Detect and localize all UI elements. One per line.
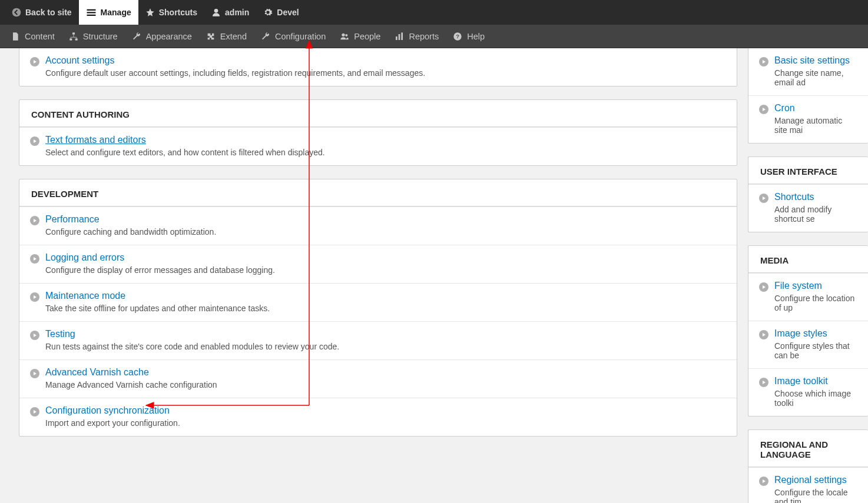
document-icon [11,32,20,41]
svg-point-9 [346,34,348,36]
user-menu-button[interactable]: admin [204,0,256,25]
shortcuts-label: Shortcuts [159,8,197,17]
link-file-system[interactable]: File system [774,281,822,291]
item-description: Manage automatic site mai [774,116,856,135]
chevron-right-icon [30,57,39,66]
puzzle-icon [206,32,216,41]
star-icon [145,8,155,17]
chevron-right-icon [759,477,768,486]
link-testing[interactable]: Testing [45,329,75,339]
hierarchy-icon [69,32,78,41]
nav-structure[interactable]: Structure [62,25,125,48]
nav-content[interactable]: Content [4,25,62,48]
nav-structure-label: Structure [83,32,118,41]
nav-configuration[interactable]: Configuration [254,25,333,48]
user-label: admin [225,8,249,17]
item-description: Configure the location of up [774,294,856,312]
item-description: Configure the display of error messages … [45,265,725,275]
chevron-right-icon [759,105,768,114]
panel-regional-language: REGIONAL AND LANGUAGE Regional settings … [748,429,868,503]
bar-chart-icon [395,32,404,41]
nav-appearance[interactable]: Appearance [125,25,199,48]
link-performance[interactable]: Performance [45,214,100,224]
wrench-icon [132,32,141,41]
svg-rect-12 [402,32,403,40]
chevron-right-icon [30,136,39,146]
link-image-styles[interactable]: Image styles [774,328,827,338]
item-description: Change site name, email ad [774,68,856,87]
nav-help-label: Help [467,32,485,41]
item-description: Add and modify shortcut se [774,205,856,224]
link-regional-settings[interactable]: Regional settings [774,475,847,485]
people-icon [340,32,349,41]
chevron-right-icon [30,369,39,378]
chevron-right-icon [759,330,768,339]
nav-configuration-label: Configuration [275,32,326,41]
nav-people-label: People [354,32,380,41]
nav-people[interactable]: People [333,25,387,48]
panel-item: Testing Run tests against the site's cor… [19,321,737,359]
user-icon [211,8,221,17]
panel-item: Image toolkit Choose which image toolki [748,368,868,416]
panel-item: Logging and errors Configure the display… [19,245,737,283]
link-shortcuts[interactable]: Shortcuts [774,192,814,202]
svg-text:?: ? [456,34,459,39]
panel-media: MEDIA File system Configure the location… [748,245,868,417]
devel-button[interactable]: Devel [256,0,306,25]
link-cron[interactable]: Cron [774,103,795,113]
svg-rect-1 [87,9,95,11]
nav-content-label: Content [25,32,55,41]
toolbar-top: Back to site Manage Shortcuts admin Deve… [0,0,868,25]
panel-title: USER INTERFACE [748,157,868,184]
nav-reports-label: Reports [409,32,439,41]
svg-point-8 [342,33,345,36]
panel-title: MEDIA [748,246,868,273]
nav-help[interactable]: ? Help [446,25,492,48]
chevron-right-icon [30,292,39,302]
back-to-site-button[interactable]: Back to site [5,0,79,25]
svg-rect-7 [75,38,77,40]
hamburger-icon [86,7,97,18]
link-maintenance-mode[interactable]: Maintenance mode [45,291,125,301]
panel-item: Basic site settings Change site name, em… [748,48,868,95]
back-arrow-icon [12,8,21,17]
svg-rect-11 [399,34,400,40]
help-icon: ? [453,32,462,41]
link-basic-site-settings[interactable]: Basic site settings [774,55,850,65]
panel-user-interface: USER INTERFACE Shortcuts Add and modify … [748,156,868,232]
link-image-toolkit[interactable]: Image toolkit [774,376,828,386]
nav-reports[interactable]: Reports [387,25,446,48]
panel-title: DEVELOPMENT [19,179,737,206]
chevron-right-icon [30,254,39,264]
panel-item: Performance Configure caching and bandwi… [19,206,737,245]
svg-rect-2 [87,12,95,13]
panel-title: CONTENT AUTHORING [19,100,737,127]
svg-rect-3 [87,15,95,16]
panel-item: File system Configure the location of up [748,273,868,321]
svg-rect-6 [69,38,72,40]
item-description: Select and configure text editors, and h… [45,148,725,157]
nav-extend[interactable]: Extend [199,25,254,48]
manage-toggle[interactable]: Manage [79,0,138,25]
nav-appearance-label: Appearance [146,32,192,41]
manage-label: Manage [101,8,131,17]
svg-point-0 [12,8,21,17]
link-logging-errors[interactable]: Logging and errors [45,252,124,262]
wrench-gear-icon [261,32,270,41]
item-description: Configure default user account settings,… [45,68,725,78]
item-description: Import and export your configuration. [45,418,725,428]
panel-item: Image styles Configure styles that can b… [748,321,868,368]
panel-item: Account settings Configure default user … [19,48,737,86]
link-config-sync[interactable]: Configuration synchronization [45,405,170,415]
panel-item: Regional settings Configure the locale a… [748,467,868,503]
link-account-settings[interactable]: Account settings [45,55,114,65]
item-description: Manage Advanced Varnish cache configurat… [45,380,725,389]
link-advanced-varnish-cache[interactable]: Advanced Varnish cache [45,367,149,377]
svg-point-4 [214,9,218,13]
panel-item: Shortcuts Add and modify shortcut se [748,184,868,232]
shortcuts-button[interactable]: Shortcuts [138,0,204,25]
item-description: Take the site offline for updates and ot… [45,304,725,313]
link-text-formats[interactable]: Text formats and editors [45,135,146,145]
toolbar-admin-tray: Content Structure Appearance Extend Conf… [0,25,868,48]
chevron-right-icon [759,378,768,387]
